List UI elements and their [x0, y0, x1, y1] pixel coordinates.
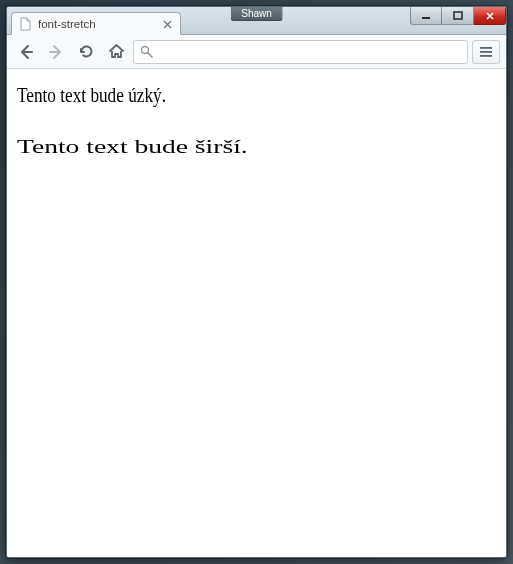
- close-icon: [485, 11, 495, 21]
- page-file-icon: [20, 17, 32, 31]
- close-button[interactable]: [474, 7, 506, 25]
- desktop-background: Shawn font-stretch: [0, 0, 513, 564]
- minimize-icon: [421, 11, 431, 21]
- user-badge[interactable]: Shawn: [230, 7, 283, 21]
- expanded-sample-text: Tento text bude širší.: [17, 136, 248, 159]
- address-bar[interactable]: [133, 40, 468, 64]
- minimize-button[interactable]: [410, 7, 442, 25]
- condensed-sample-text: Tento text bude úzký.: [17, 83, 166, 108]
- active-tab[interactable]: font-stretch: [11, 12, 181, 35]
- maximize-button[interactable]: [442, 7, 474, 25]
- svg-rect-0: [422, 17, 430, 19]
- svg-rect-4: [480, 51, 492, 53]
- close-icon: [163, 20, 172, 29]
- svg-rect-1: [454, 12, 462, 19]
- svg-rect-5: [480, 55, 492, 57]
- back-button[interactable]: [13, 40, 39, 64]
- home-icon: [108, 43, 125, 60]
- forward-button[interactable]: [43, 40, 69, 64]
- hamburger-icon: [479, 46, 493, 58]
- toolbar: [7, 35, 506, 69]
- reload-button[interactable]: [73, 40, 99, 64]
- tab-close-button[interactable]: [160, 17, 174, 31]
- svg-rect-3: [480, 47, 492, 49]
- arrow-left-icon: [17, 43, 35, 61]
- reload-icon: [78, 43, 95, 60]
- maximize-icon: [453, 11, 463, 21]
- page-content: Tento text bude úzký. Tento text bude ši…: [7, 69, 506, 167]
- address-input[interactable]: [159, 43, 461, 60]
- window-controls: [410, 7, 506, 25]
- browser-window: Shawn font-stretch: [6, 6, 507, 558]
- titlebar: Shawn font-stretch: [7, 7, 506, 35]
- home-button[interactable]: [103, 40, 129, 64]
- page-viewport: Tento text bude úzký. Tento text bude ši…: [7, 69, 506, 557]
- menu-button[interactable]: [472, 40, 500, 64]
- search-icon: [140, 45, 153, 58]
- arrow-right-icon: [47, 43, 65, 61]
- tab-title: font-stretch: [38, 18, 96, 30]
